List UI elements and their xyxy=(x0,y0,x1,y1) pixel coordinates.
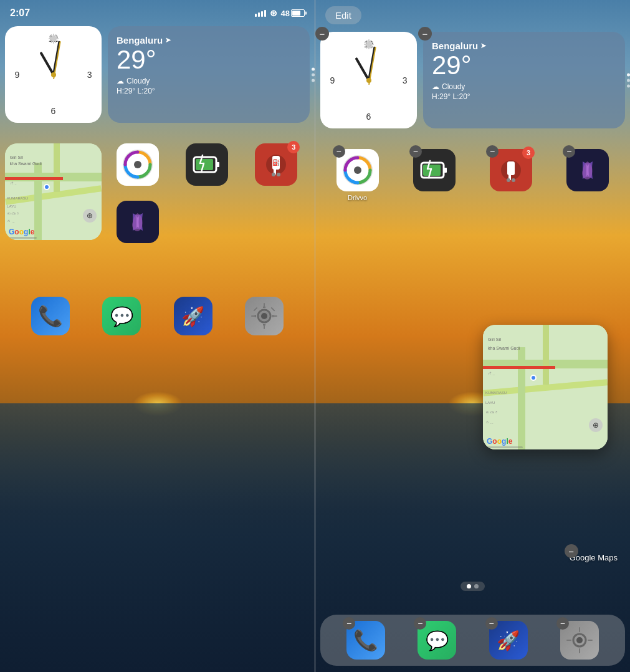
drivvo-svg xyxy=(122,149,153,180)
right-ev-svg xyxy=(419,158,450,183)
maps-widget-icon[interactable]: Giri Sri kha Swami Gudi ಗಿ... KUMARASU L… xyxy=(5,143,102,240)
weather-widget[interactable]: Bengaluru ➤ 29° ☁ Cloudy H:29° L:20° xyxy=(108,26,310,123)
right-clock-num-9: 9 xyxy=(330,75,335,85)
right-settings-wrap: − xyxy=(560,621,599,660)
clock-num-6: 6 xyxy=(51,106,56,116)
svg-rect-20 xyxy=(270,307,275,311)
right-clock-face: 12 3 6 9 xyxy=(325,37,413,124)
right-weather-city: Bengaluru ➤ xyxy=(432,41,616,51)
battery-icon xyxy=(291,9,305,17)
phone-dock-app[interactable]: 📞 xyxy=(31,297,70,335)
right-drivvo-svg xyxy=(342,155,373,186)
right-clock-widget[interactable]: 12 3 6 9 xyxy=(320,32,417,128)
right-screen: Edit Done − 12 3 6 9 xyxy=(315,0,630,672)
right-weather-condition: ☁ Cloudy xyxy=(432,82,616,91)
clock-num-3: 3 xyxy=(87,70,92,80)
svg-rect-4 xyxy=(216,162,219,167)
right-dock: − 📞 − 💬 − 🚀 xyxy=(320,615,625,666)
remove-maps-button[interactable]: − xyxy=(565,544,578,558)
svg-point-12 xyxy=(277,173,280,176)
rocket-icon[interactable]: 🚀 xyxy=(174,297,212,335)
rocket-dock-app[interactable]: 🚀 xyxy=(174,297,212,335)
messages-glyph: 💬 xyxy=(110,305,133,327)
right-settings-dock[interactable]: − xyxy=(560,621,599,660)
clock-widget[interactable]: 12 3 6 9 xyxy=(5,26,102,123)
right-messages-dock[interactable]: − 💬 xyxy=(418,621,456,660)
right-rocket-glyph: 🚀 xyxy=(497,630,520,651)
svg-rect-32 xyxy=(507,161,515,175)
drivvo-icon[interactable] xyxy=(117,143,159,186)
ev-svg xyxy=(191,152,222,177)
remove-rocket-button[interactable]: − xyxy=(485,617,498,630)
right-drivvo-app[interactable]: − Drivvo xyxy=(320,149,394,201)
svg-point-22 xyxy=(261,313,267,319)
floating-map-widget[interactable]: Giri Sri kha Swami Gudi ಗಿ... KUMARASU L… xyxy=(483,325,608,449)
svg-point-35 xyxy=(512,178,515,182)
remove-clock-button[interactable]: − xyxy=(315,27,329,41)
right-roadtrip-wrap: − 3 xyxy=(490,149,532,191)
svg-rect-38 xyxy=(579,627,580,632)
svg-rect-18 xyxy=(272,315,277,317)
right-journal-wrap: − xyxy=(566,149,609,191)
floating-google-logo: Google xyxy=(487,437,512,446)
svg-point-34 xyxy=(507,178,510,182)
dot-page-2 xyxy=(474,584,479,588)
settings-svg xyxy=(249,300,280,332)
svg-rect-19 xyxy=(253,307,257,311)
phone-icon[interactable]: 📞 xyxy=(31,297,70,335)
right-rocket-dock[interactable]: − 🚀 xyxy=(489,621,528,660)
page-dots xyxy=(315,582,630,591)
clock-face: 12 3 6 9 xyxy=(10,31,97,118)
time-display: 2:07 xyxy=(10,7,30,19)
rocket-glyph: 🚀 xyxy=(181,305,204,327)
remove-phone-button[interactable]: − xyxy=(343,617,355,630)
right-widgets-row: − 12 3 6 9 xyxy=(315,27,630,131)
remove-settings-button[interactable]: − xyxy=(556,617,569,630)
dots-bar xyxy=(461,582,485,591)
settings-dock-app[interactable] xyxy=(245,297,284,335)
right-phone-wrap: − 📞 xyxy=(346,621,385,660)
svg-rect-39 xyxy=(579,648,580,653)
roadtrip-icon[interactable]: ⛽ 3 xyxy=(255,143,297,186)
status-bar: 2:07 ⊛ 48 xyxy=(0,0,315,21)
svg-rect-15 xyxy=(264,303,265,308)
left-screen: 2:07 ⊛ 48 12 3 6 9 xyxy=(0,0,315,672)
messages-dock-app[interactable]: 💬 xyxy=(102,297,141,335)
remove-ev-button[interactable]: − xyxy=(409,145,422,158)
right-messages-glyph: 💬 xyxy=(426,630,449,651)
clock-center xyxy=(51,72,56,77)
floating-map-container: − Giri Sri kha Swami Gudi ಗಿ... KUMARASU… xyxy=(570,549,618,563)
weather-range: H:29° L:20° xyxy=(117,87,301,95)
edit-button[interactable]: Edit xyxy=(325,6,361,24)
right-phone-dock[interactable]: − 📞 xyxy=(346,621,385,660)
signal-icon xyxy=(255,10,266,17)
remove-roadtrip-button[interactable]: − xyxy=(486,145,499,158)
dot-page-1 xyxy=(467,584,471,588)
status-right: ⊛ 48 xyxy=(255,8,305,18)
right-messages-wrap: − 💬 xyxy=(418,621,456,660)
right-ev-wrap: − xyxy=(413,149,456,191)
remove-weather-button[interactable]: − xyxy=(418,27,432,41)
cloud-icon: ☁ xyxy=(117,77,124,85)
right-roadtrip-svg xyxy=(497,156,525,184)
right-clock-num-3: 3 xyxy=(403,75,408,85)
svg-text:⛽: ⛽ xyxy=(272,158,280,166)
right-side-dots xyxy=(627,73,630,87)
remove-drivvo-button[interactable]: − xyxy=(333,145,345,158)
right-roadtrip-badge: 3 xyxy=(522,146,535,159)
right-location-arrow: ➤ xyxy=(480,42,486,50)
svg-rect-17 xyxy=(251,315,256,317)
settings-icon[interactable] xyxy=(245,297,284,335)
messages-icon[interactable]: 💬 xyxy=(102,297,141,335)
battery-number: 48 xyxy=(281,9,290,18)
side-dots xyxy=(312,67,315,82)
water-bg xyxy=(0,403,315,672)
right-weather-widget[interactable]: Bengaluru ➤ 29° ☁ Cloudy H:29° L:20° xyxy=(423,32,625,128)
right-drivvo-label: Drivvo xyxy=(348,194,367,201)
journal-icon[interactable] xyxy=(117,201,159,243)
ev-icon[interactable] xyxy=(186,143,228,186)
google-maps-app[interactable]: Giri Sri kha Swami Gudi ಗಿ... KUMARASU L… xyxy=(5,143,102,253)
right-clock-center xyxy=(366,78,371,83)
roadtrip-svg: ⛽ xyxy=(262,151,290,178)
right-drivvo-wrap: − xyxy=(336,149,379,191)
